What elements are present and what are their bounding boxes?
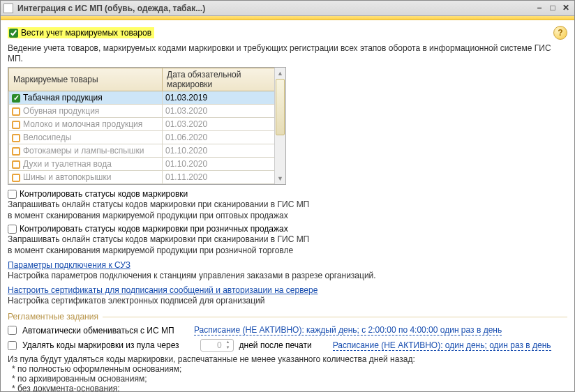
auto-exchange-label: Автоматически обмениваться с ИС МП (22, 326, 176, 336)
params-link[interactable]: Параметры подключения к СУЗ (8, 260, 130, 270)
auto-schedule-link[interactable]: Расписание (НЕ АКТИВНО): каждый день; с … (194, 325, 502, 336)
row-checkbox-icon[interactable] (12, 134, 20, 142)
table-row[interactable]: Шины и автопокрышки 01.11.2020 (9, 171, 275, 184)
control-sub1: Запрашивать онлайн статусы кодов маркиро… (8, 199, 567, 210)
control-sub2: в момент сканирования маркируемой продук… (8, 211, 567, 221)
window-frame: Интеграция с ИС МП (обувь, одежда, табак… (0, 0, 575, 392)
footnote-intro: Из пула будут удаляться коды маркировки,… (8, 354, 567, 364)
control-retail-sub1: Запрашивать онлайн статусы кодов маркиро… (8, 234, 567, 245)
maximize-button[interactable]: □ (547, 3, 558, 13)
spin-down-icon[interactable]: ▼ (224, 345, 232, 351)
footnotes: Из пула будут удаляться коды маркировки,… (8, 354, 567, 391)
window-title: Интеграция с ИС МП (обувь, одежда, табак… (17, 3, 532, 13)
certs-sub: Настройка сертификатов электронных подпи… (8, 296, 567, 306)
table-row[interactable]: Фотокамеры и лампы-вспышки 01.10.2020 (9, 144, 275, 158)
table-row[interactable]: Духи и туалетная вода 01.10.2020 (9, 158, 275, 171)
table-row[interactable]: Обувная продукция 01.03.2020 (9, 105, 275, 118)
titlebar: Интеграция с ИС МП (обувь, одежда, табак… (1, 1, 574, 16)
row-date: 01.10.2020 (163, 158, 275, 171)
row-name: Фотокамеры и лампы-вспышки (23, 146, 144, 156)
scroll-down-icon[interactable]: ▼ (275, 173, 285, 184)
section-title-text: Регламентные задания (8, 312, 98, 322)
control-retail-sub2: в момент сканирования маркируемой продук… (8, 246, 567, 256)
spin-up-icon[interactable]: ▲ (224, 340, 232, 345)
table-row[interactable]: Велосипеды 01.06.2020 (9, 131, 275, 144)
section-title: Регламентные задания (8, 312, 567, 322)
products-table-wrap: Маркируемые товары Дата обязательной мар… (8, 67, 286, 185)
col-product[interactable]: Маркируемые товары (9, 68, 163, 91)
row-name: Табачная продукция (23, 93, 103, 103)
footnote-1: * по полностью оформленным основаниям; (12, 364, 567, 374)
delete-schedule-link[interactable]: Расписание (НЕ АКТИВНО): один день; один… (333, 340, 551, 351)
certs-link[interactable]: Настроить сертификаты для подписания соо… (8, 285, 318, 295)
row-name: Шины и автопокрышки (23, 172, 111, 182)
row-date: 01.03.2020 (163, 105, 275, 118)
row-checkbox-icon[interactable] (12, 121, 20, 129)
control-retail-label: Контролировать статусы кодов маркировки … (20, 224, 288, 234)
days-value: 0 (217, 340, 222, 350)
products-table: Маркируемые товары Дата обязательной мар… (8, 68, 275, 184)
row-name: Молоко и молочная продукция (23, 119, 142, 129)
row-checkbox-icon[interactable] (12, 147, 20, 156)
minimize-button[interactable]: – (534, 3, 545, 13)
control-retail-checkbox[interactable] (8, 225, 17, 234)
row-date: 01.03.2020 (163, 118, 275, 131)
help-icon[interactable]: ? (553, 26, 567, 40)
delete-codes-label: Удалять коды маркировки из пула через (22, 340, 179, 350)
row-name: Обувная продукция (23, 106, 99, 116)
row-checkbox-icon[interactable] (12, 107, 20, 116)
main-checkbox-label: Вести учет маркируемых товаров (21, 28, 151, 38)
table-scrollbar[interactable]: ▲ ▼ (274, 68, 285, 184)
main-checkbox-wrap: Вести учет маркируемых товаров (8, 27, 154, 38)
row-checkbox-icon[interactable] (12, 94, 20, 103)
delete-codes-checkbox[interactable] (8, 341, 17, 350)
footnote-2: * по архивированным основаниям; (12, 374, 567, 384)
row-checkbox-icon[interactable] (12, 160, 20, 169)
control-statuses-label: Контролировать статусы кодов маркировки (20, 189, 188, 199)
document-icon (3, 3, 13, 13)
content-area: Вести учет маркируемых товаров ? Ведение… (1, 20, 574, 391)
scroll-up-icon[interactable]: ▲ (275, 68, 285, 79)
table-row[interactable]: Молоко и молочная продукция 01.03.2020 (9, 118, 275, 131)
row-name: Духи и туалетная вода (23, 159, 112, 169)
row-date: 01.03.2019 (163, 91, 275, 105)
col-date[interactable]: Дата обязательной маркировки (163, 68, 275, 91)
after-print-label: дней после печати (239, 340, 312, 350)
days-input[interactable]: 0 ▲ ▼ (200, 339, 234, 352)
row-date: 01.11.2020 (163, 171, 275, 184)
scroll-track[interactable] (275, 79, 285, 173)
row-name: Велосипеды (23, 133, 71, 142)
row-checkbox-icon[interactable] (12, 174, 20, 182)
scroll-thumb[interactable] (276, 79, 285, 135)
close-button[interactable]: ✕ (560, 3, 572, 13)
control-statuses-checkbox[interactable] (8, 190, 17, 199)
description-text: Ведение учета товаров, маркируемых кодам… (8, 43, 567, 64)
row-date: 01.06.2020 (163, 131, 275, 144)
row-date: 01.10.2020 (163, 144, 275, 158)
footnote-3: * без документа-основания; (12, 384, 567, 391)
auto-exchange-checkbox[interactable] (8, 326, 17, 335)
table-row[interactable]: Табачная продукция 01.03.2019 (9, 91, 275, 105)
main-checkbox[interactable] (9, 29, 18, 38)
section-divider (103, 317, 567, 317)
params-sub: Настройка параметров подключения к станц… (8, 271, 567, 281)
